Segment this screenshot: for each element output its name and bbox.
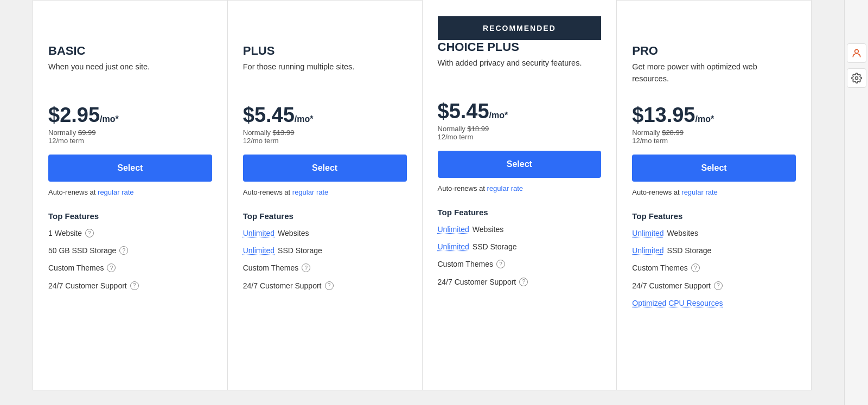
feature-item-plus-2: Custom Themes? (243, 263, 407, 273)
per-mo-basic: /mo* (100, 114, 119, 124)
unlimited-label: Unlimited (438, 242, 469, 252)
price-main-basic: $2.95/mo* (48, 105, 212, 125)
svg-point-1 (855, 77, 858, 80)
question-icon: ? (691, 263, 700, 272)
price-term-plus: 12/mo term (243, 137, 407, 145)
feature-item-pro-0: Unlimited Websites (632, 228, 796, 238)
feature-item-plus-0: Unlimited Websites (243, 228, 407, 238)
price-normal-choice-plus: Normally $18.99 (438, 125, 602, 133)
cpu-resources-link[interactable]: Optimized CPU Resources (632, 298, 723, 308)
question-icon: ? (519, 278, 528, 286)
price-term-basic: 12/mo term (48, 137, 212, 145)
settings-icon[interactable] (847, 68, 866, 88)
per-mo-pro: /mo* (695, 114, 714, 124)
features-label-basic: Top Features (48, 211, 212, 221)
feature-item-basic-2: Custom Themes? (48, 263, 212, 273)
plan-name-basic: BASIC (48, 44, 212, 58)
price-block-choice-plus: $5.45/mo* Normally $18.99 12/mo term (438, 101, 602, 141)
feature-item-pro-3: 24/7 Customer Support? (632, 281, 796, 291)
price-main-choice-plus: $5.45/mo* (438, 101, 602, 121)
feature-item-basic-0: 1 Website? (48, 228, 212, 238)
auto-renew-plus: Auto-renews at regular rate (243, 188, 407, 196)
feature-item-basic-1: 50 GB SSD Storage? (48, 246, 212, 255)
question-icon: ? (496, 260, 505, 268)
plan-desc-choice-plus: With added privacy and security features… (438, 57, 602, 90)
per-mo-plus: /mo* (295, 114, 314, 124)
unlimited-label: Unlimited (632, 246, 663, 255)
feature-item-choice-plus-3: 24/7 Customer Support? (438, 277, 602, 287)
price-block-pro: $13.95/mo* Normally $28.99 12/mo term (632, 105, 796, 145)
spacer (48, 17, 212, 44)
auto-renew-pro: Auto-renews at regular rate (632, 188, 796, 196)
question-icon: ? (714, 281, 723, 290)
select-button-pro[interactable]: Select (632, 155, 796, 182)
plan-card-basic: BASIC When you need just one site. $2.95… (33, 0, 228, 390)
plan-card-plus: PLUS For those running multiple sites. $… (228, 0, 423, 390)
plan-card-pro: PRO Get more power with optimized web re… (617, 0, 812, 390)
feature-item-plus-1: Unlimited SSD Storage (243, 246, 407, 255)
regular-rate-link-choice-plus[interactable]: regular rate (487, 184, 523, 192)
spacer (632, 17, 796, 44)
price-normal-plus: Normally $13.99 (243, 128, 407, 137)
regular-rate-link-pro[interactable]: regular rate (681, 188, 717, 196)
price-main-plus: $5.45/mo* (243, 105, 407, 125)
feature-item-pro-4: Optimized CPU Resources (632, 298, 796, 308)
question-icon: ? (107, 263, 116, 272)
price-term-choice-plus: 12/mo term (438, 133, 602, 141)
features-label-choice-plus: Top Features (438, 208, 602, 217)
price-block-plus: $5.45/mo* Normally $13.99 12/mo term (243, 105, 407, 145)
regular-rate-link-plus[interactable]: regular rate (292, 188, 328, 196)
unlimited-label: Unlimited (438, 224, 469, 234)
question-icon: ? (119, 246, 128, 255)
page-wrapper: BASIC When you need just one site. $2.95… (0, 0, 868, 405)
feature-item-pro-1: Unlimited SSD Storage (632, 246, 796, 255)
feature-item-plus-3: 24/7 Customer Support? (243, 281, 407, 291)
regular-rate-link-basic[interactable]: regular rate (98, 188, 133, 196)
per-mo-choice-plus: /mo* (489, 111, 508, 120)
sidebar-tools (844, 0, 868, 405)
price-term-pro: 12/mo term (632, 137, 796, 145)
plan-card-choice-plus: RECOMMENDED CHOICE PLUS With added priva… (423, 0, 617, 390)
feature-item-pro-2: Custom Themes? (632, 263, 796, 273)
svg-point-0 (854, 49, 858, 53)
auto-renew-choice-plus: Auto-renews at regular rate (438, 184, 602, 192)
plan-desc-plus: For those running multiple sites. (243, 61, 407, 94)
plan-name-plus: PLUS (243, 44, 407, 58)
question-icon: ? (130, 281, 139, 290)
features-label-pro: Top Features (632, 211, 796, 221)
feature-item-choice-plus-0: Unlimited Websites (438, 224, 602, 234)
price-main-pro: $13.95/mo* (632, 105, 796, 125)
select-button-basic[interactable]: Select (48, 155, 212, 182)
spacer (243, 17, 407, 44)
price-block-basic: $2.95/mo* Normally $9.99 12/mo term (48, 105, 212, 145)
auto-renew-basic: Auto-renews at regular rate (48, 188, 212, 196)
question-icon: ? (302, 263, 310, 272)
unlimited-label: Unlimited (243, 228, 275, 238)
features-label-plus: Top Features (243, 211, 407, 221)
feature-item-choice-plus-2: Custom Themes? (438, 259, 602, 269)
price-normal-basic: Normally $9.99 (48, 128, 212, 137)
select-button-choice-plus[interactable]: Select (438, 151, 602, 178)
feature-item-basic-3: 24/7 Customer Support? (48, 281, 212, 291)
unlimited-label: Unlimited (243, 246, 275, 255)
unlimited-label: Unlimited (632, 228, 663, 238)
plan-name-pro: PRO (632, 44, 796, 58)
question-icon: ? (325, 281, 334, 290)
plan-name-choice-plus: CHOICE PLUS (438, 40, 602, 54)
select-button-plus[interactable]: Select (243, 155, 407, 182)
plan-desc-pro: Get more power with optimized web resour… (632, 61, 796, 94)
price-normal-pro: Normally $28.99 (632, 128, 796, 137)
plan-desc-basic: When you need just one site. (48, 61, 212, 94)
recommended-banner: RECOMMENDED (438, 16, 602, 40)
feature-item-choice-plus-1: Unlimited SSD Storage (438, 242, 602, 252)
pricing-container: BASIC When you need just one site. $2.95… (0, 0, 844, 405)
question-icon: ? (85, 229, 94, 237)
person-icon[interactable] (847, 43, 866, 63)
